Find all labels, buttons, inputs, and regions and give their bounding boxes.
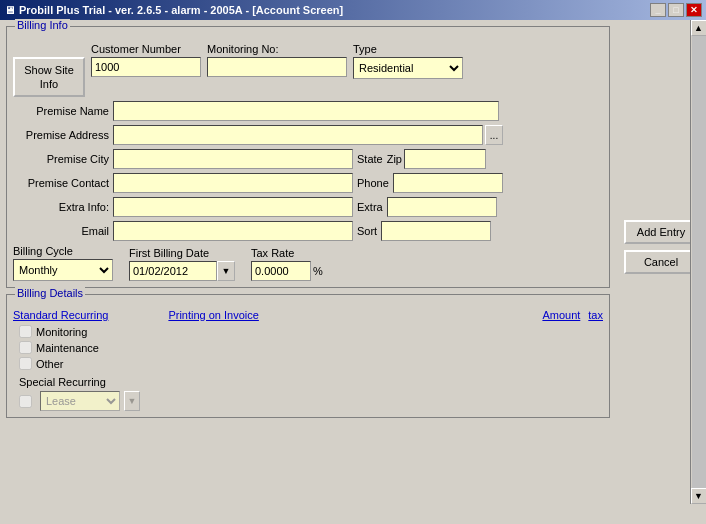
premise-address-label: Premise Address: [13, 129, 113, 141]
premise-name-row: Premise Name: [13, 101, 603, 121]
zip-input[interactable]: [404, 149, 486, 169]
customer-number-label: Customer Number: [91, 43, 201, 55]
customer-number-input[interactable]: [91, 57, 201, 77]
maintenance-checkbox[interactable]: [19, 341, 32, 354]
email-label: Email: [13, 225, 113, 237]
other-row: Other: [19, 357, 603, 370]
title-bar-controls: _ □ ✕: [650, 3, 702, 17]
close-button[interactable]: ✕: [686, 3, 702, 17]
extra-info-input[interactable]: [113, 197, 353, 217]
app-icon: 🖥: [4, 4, 15, 16]
tax-rate-symbol: %: [313, 265, 323, 277]
billing-details-title: Billing Details: [15, 287, 85, 299]
other-checkbox[interactable]: [19, 357, 32, 370]
monitoring-label: Monitoring: [36, 326, 87, 338]
phone-input[interactable]: [393, 173, 503, 193]
lease-dropdown-button[interactable]: ▼: [124, 391, 140, 411]
tax-rate-input[interactable]: [251, 261, 311, 281]
first-billing-date-input[interactable]: [129, 261, 217, 281]
date-picker-button[interactable]: ▼: [217, 261, 235, 281]
lease-select[interactable]: Lease: [40, 391, 120, 411]
monitoring-no-input[interactable]: [207, 57, 347, 77]
minimize-button[interactable]: _: [650, 3, 666, 17]
first-billing-date-label: First Billing Date: [129, 247, 235, 259]
billing-info-group: Billing Info Show Site Info Customer Num…: [6, 26, 610, 288]
monitoring-checkbox[interactable]: [19, 325, 32, 338]
billing-cycle-select[interactable]: Monthly Quarterly Annually: [13, 259, 113, 281]
address-browse-button[interactable]: ...: [485, 125, 503, 145]
premise-contact-label: Premise Contact: [13, 177, 113, 189]
state-label: State: [357, 153, 383, 165]
premise-name-label: Premise Name: [13, 105, 113, 117]
maintenance-label: Maintenance: [36, 342, 99, 354]
scrollbar-down-button[interactable]: ▼: [691, 488, 707, 504]
right-scrollbar: ▲ ▼: [690, 20, 706, 504]
special-recurring-label: Special Recurring: [19, 376, 603, 388]
premise-name-input[interactable]: [113, 101, 499, 121]
premise-city-input[interactable]: [113, 149, 353, 169]
billing-info-title: Billing Info: [15, 19, 70, 31]
special-recurring-row: Lease ▼: [19, 391, 603, 411]
billing-details-group: Billing Details Standard Recurring Print…: [6, 294, 610, 418]
maximize-button[interactable]: □: [668, 3, 684, 17]
premise-address-input[interactable]: [113, 125, 483, 145]
scrollbar-track[interactable]: [692, 36, 706, 488]
title-bar: 🖥 Probill Plus Trial - ver. 2.6.5 - alar…: [0, 0, 706, 20]
title-bar-text: Probill Plus Trial - ver. 2.6.5 - alarm …: [19, 4, 343, 16]
phone-label: Phone: [357, 177, 389, 189]
add-entry-button[interactable]: Add Entry: [624, 220, 698, 244]
left-panel: Billing Info Show Site Info Customer Num…: [0, 20, 616, 524]
main-content: Billing Info Show Site Info Customer Num…: [0, 20, 706, 524]
amount-link[interactable]: Amount: [542, 309, 580, 321]
printing-on-invoice-link[interactable]: Printing on Invoice: [168, 309, 259, 321]
extra-info-row: Extra Info: Extra: [13, 197, 603, 217]
other-label: Other: [36, 358, 64, 370]
standard-recurring-link[interactable]: Standard Recurring: [13, 309, 108, 321]
extra-info-label: Extra Info:: [13, 201, 113, 213]
billing-cycle-label: Billing Cycle: [13, 245, 113, 257]
monitoring-no-label: Monitoring No:: [207, 43, 347, 55]
email-input[interactable]: [113, 221, 353, 241]
premise-address-row: Premise Address ...: [13, 125, 603, 145]
premise-contact-input[interactable]: [113, 173, 353, 193]
sort-input[interactable]: [381, 221, 491, 241]
show-site-button[interactable]: Show Site Info: [13, 57, 85, 97]
tax-link[interactable]: tax: [588, 309, 603, 321]
type-label: Type: [353, 43, 463, 55]
lease-checkbox[interactable]: [19, 395, 32, 408]
premise-city-label: Premise City: [13, 153, 113, 165]
zip-label: Zip: [387, 153, 402, 165]
premise-contact-row: Premise Contact Phone: [13, 173, 603, 193]
extra-label: Extra: [357, 201, 383, 213]
monitoring-row: Monitoring: [19, 325, 603, 338]
cancel-button[interactable]: Cancel: [624, 250, 698, 274]
email-row: Email Sort: [13, 221, 603, 241]
premise-city-row: Premise City State Zip: [13, 149, 603, 169]
type-select[interactable]: Residential Commercial: [353, 57, 463, 79]
scrollbar-up-button[interactable]: ▲: [691, 20, 707, 36]
tax-rate-label: Tax Rate: [251, 247, 323, 259]
maintenance-row: Maintenance: [19, 341, 603, 354]
sort-label: Sort: [357, 225, 377, 237]
extra-input[interactable]: [387, 197, 497, 217]
